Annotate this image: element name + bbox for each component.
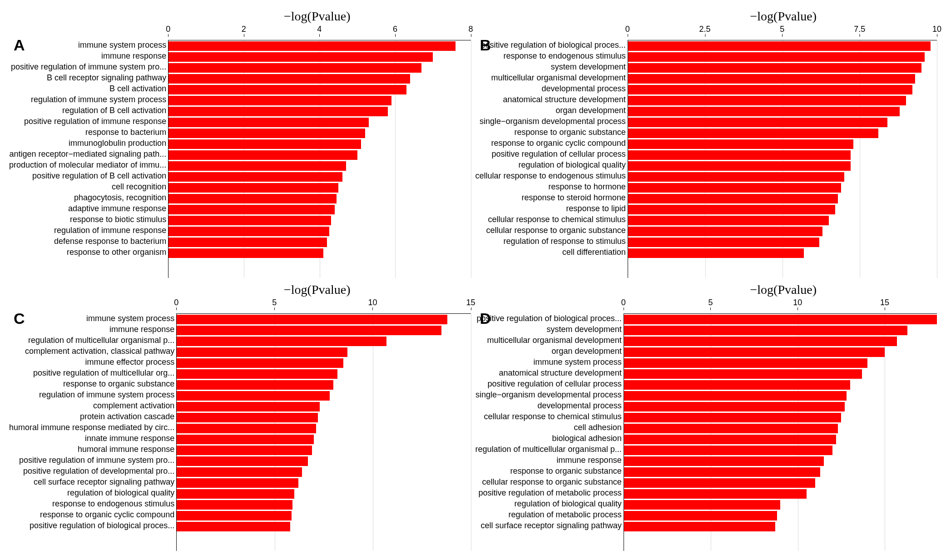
category-label: immunoglobulin production bbox=[9, 139, 168, 150]
bar bbox=[624, 358, 867, 368]
category-label: positive regulation of biological proces… bbox=[475, 314, 624, 325]
bar bbox=[628, 183, 841, 193]
bar bbox=[628, 139, 854, 149]
panel-letter: B bbox=[480, 36, 491, 54]
category-label: response to endogenous stimulus bbox=[475, 52, 628, 63]
bar bbox=[624, 326, 907, 335]
category-label: phagocytosis, recognition bbox=[9, 193, 168, 204]
bar bbox=[168, 41, 456, 51]
panel-letter: C bbox=[14, 310, 25, 327]
category-label: cell surface receptor signaling pathway bbox=[475, 521, 624, 532]
bar bbox=[624, 424, 838, 433]
x-tick: 15 bbox=[880, 298, 889, 307]
gridline bbox=[373, 314, 373, 551]
bar bbox=[177, 478, 298, 488]
panel-A: A −log(Pvalue) immune system processimmu… bbox=[9, 9, 471, 278]
category-label: antigen receptor−mediated signaling path… bbox=[9, 150, 168, 161]
bar bbox=[628, 172, 844, 182]
x-tick: 7.5 bbox=[854, 25, 865, 34]
bar bbox=[168, 74, 410, 84]
bar bbox=[168, 63, 421, 73]
category-label: positive regulation of metabolic process bbox=[475, 489, 624, 500]
bar bbox=[177, 456, 308, 466]
x-tick: 0 bbox=[625, 25, 630, 34]
bar bbox=[177, 424, 316, 433]
category-label: positive regulation of multicellular org… bbox=[9, 369, 176, 380]
category-label: response to endogenous stimulus bbox=[9, 500, 176, 510]
category-label: cellular response to endogenous stimulus bbox=[475, 172, 628, 183]
x-tick: 2.5 bbox=[699, 25, 711, 34]
bar bbox=[168, 216, 331, 225]
plot-area: positive regulation of biological proces… bbox=[475, 25, 937, 278]
x-tick: 2 bbox=[242, 25, 246, 34]
panel-letter: A bbox=[14, 36, 25, 54]
category-label: system development bbox=[475, 63, 628, 74]
gridline bbox=[471, 40, 471, 278]
bar bbox=[177, 467, 302, 477]
x-tick: 8 bbox=[468, 25, 473, 34]
bar bbox=[624, 391, 847, 401]
category-label: B cell receptor signaling pathway bbox=[9, 74, 168, 84]
bar bbox=[168, 118, 369, 127]
category-label: immune system process bbox=[9, 314, 176, 325]
bar bbox=[628, 161, 851, 171]
x-tick: 10 bbox=[932, 25, 941, 34]
bar bbox=[624, 467, 821, 477]
category-label: immune effector process bbox=[9, 358, 176, 369]
category-label: complement activation, classical pathway bbox=[9, 347, 176, 358]
category-label: positive regulation of biological proces… bbox=[9, 521, 176, 532]
bar bbox=[624, 380, 850, 390]
bar bbox=[624, 456, 824, 466]
x-axis: 02.557.510 bbox=[628, 25, 937, 40]
category-label: humoral immune response bbox=[9, 445, 176, 456]
bar bbox=[168, 194, 337, 203]
bar bbox=[624, 478, 815, 488]
category-label: cellular response to organic substance bbox=[475, 226, 628, 237]
x-axis: 02468 bbox=[168, 25, 471, 40]
bar bbox=[624, 402, 845, 411]
category-label: humoral immune response mediated by circ… bbox=[9, 423, 176, 434]
bars-area bbox=[168, 40, 471, 278]
bar bbox=[628, 74, 916, 84]
category-label: positive regulation of immune response bbox=[9, 117, 168, 128]
bar bbox=[168, 183, 338, 193]
category-label: B cell activation bbox=[9, 84, 168, 95]
bar bbox=[177, 347, 347, 357]
category-label: multicellular organismal development bbox=[475, 336, 624, 347]
x-tick: 15 bbox=[466, 298, 475, 307]
category-label: regulation of immune response bbox=[9, 226, 168, 237]
bar bbox=[628, 52, 925, 62]
category-label: complement activation bbox=[9, 401, 176, 412]
bar bbox=[177, 435, 314, 444]
category-label: regulation of multicellular organismal p… bbox=[9, 336, 176, 347]
category-label: defense response to bacterium bbox=[9, 237, 168, 248]
x-axis: 051015 bbox=[176, 298, 471, 314]
category-label: adaptive immune response bbox=[9, 204, 168, 215]
category-label: cellular response to chemical stimulus bbox=[475, 215, 628, 226]
plot-area: positive regulation of biological proces… bbox=[475, 298, 937, 551]
category-label: cell adhesion bbox=[475, 423, 624, 434]
category-label: organ development bbox=[475, 106, 628, 117]
bar bbox=[168, 139, 361, 149]
bar bbox=[628, 227, 823, 236]
bar bbox=[624, 315, 937, 324]
category-label: biological adhesion bbox=[475, 434, 624, 445]
x-axis-title: −log(Pvalue) bbox=[163, 282, 471, 297]
category-label: developmental process bbox=[475, 401, 624, 412]
category-label: regulation of metabolic process bbox=[475, 510, 624, 521]
bar bbox=[168, 107, 387, 116]
bar bbox=[628, 85, 912, 94]
category-label: response to hormone bbox=[475, 183, 628, 193]
x-tick: 5 bbox=[708, 298, 713, 307]
bars-area bbox=[628, 40, 937, 278]
category-label: response to biotic stimulus bbox=[9, 215, 168, 226]
bar bbox=[177, 315, 447, 324]
category-label: innate immune response bbox=[9, 434, 176, 445]
category-label: cell surface receptor signaling pathway bbox=[9, 478, 176, 489]
bar bbox=[177, 326, 441, 335]
bar bbox=[624, 435, 836, 444]
bar bbox=[628, 194, 838, 203]
category-label: positive regulation of biological proces… bbox=[475, 41, 628, 52]
category-label: positive regulation of cellular process bbox=[475, 380, 624, 391]
category-label: regulation of immune system process bbox=[9, 95, 168, 106]
